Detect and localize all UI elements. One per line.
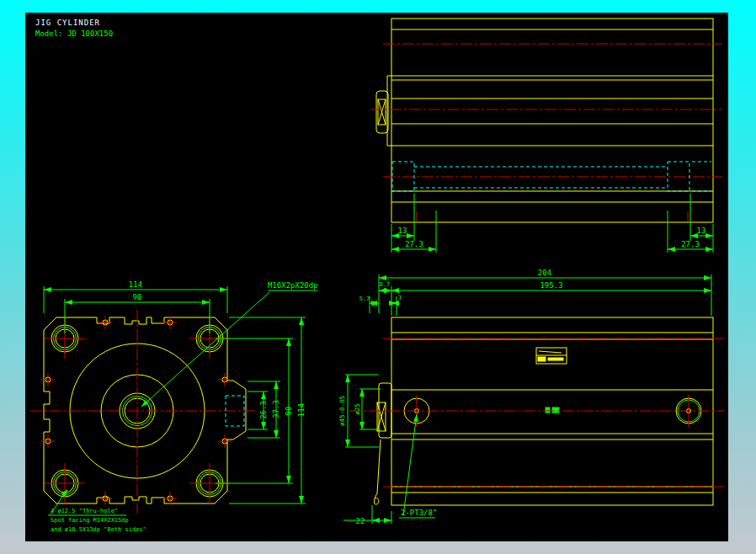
- dim-rod-id: ø25: [354, 403, 361, 415]
- dim-height-114: 114: [297, 403, 306, 417]
- dim-27-3-left: 27.3: [405, 240, 423, 248]
- dim-cap-8-7: 8.7: [380, 281, 391, 288]
- dim-rod-ext-5-7: 5.7: [359, 296, 370, 302]
- dim-step-3: 3: [398, 295, 402, 301]
- thread-label: M16X2pX20dp: [268, 281, 318, 290]
- port-label: 2-PT3/8": [401, 509, 437, 517]
- dim-13-left: 13: [398, 226, 407, 235]
- dim-width-114: 114: [129, 280, 142, 289]
- dim-port-26-3: 26.3: [259, 401, 268, 419]
- drawing-canvas: JIG CYLINDER Model: JD 100X150: [0, 0, 756, 554]
- drawing-title: JIG CYLINDER: [35, 19, 100, 27]
- note-line-1: 4-ø12.5 "Thru-hole": [51, 508, 118, 514]
- dim-port-37-3: 37.3: [272, 400, 280, 418]
- dim-port-offset-22: 22: [356, 517, 365, 525]
- dim-bolt-90: 90: [133, 293, 142, 301]
- cad-viewport[interactable]: JIG CYLINDER Model: JD 100X150: [0, 0, 756, 554]
- dim-rod-od: ø45-0.05: [338, 396, 346, 426]
- note-line-3: and ø18.5X13dp "Both sides": [51, 526, 146, 533]
- dim-body-195-3: 195.3: [540, 281, 562, 290]
- dim-27-3-right: 27.3: [681, 240, 700, 248]
- dim-bolt-90-v: 90: [285, 407, 293, 416]
- note-line-2: Spot facing M14X2X15dp: [51, 517, 129, 524]
- dim-13-right: 13: [697, 226, 706, 235]
- drawing-model: Model: JD 100X150: [35, 29, 113, 38]
- dim-overall-204: 204: [538, 269, 551, 277]
